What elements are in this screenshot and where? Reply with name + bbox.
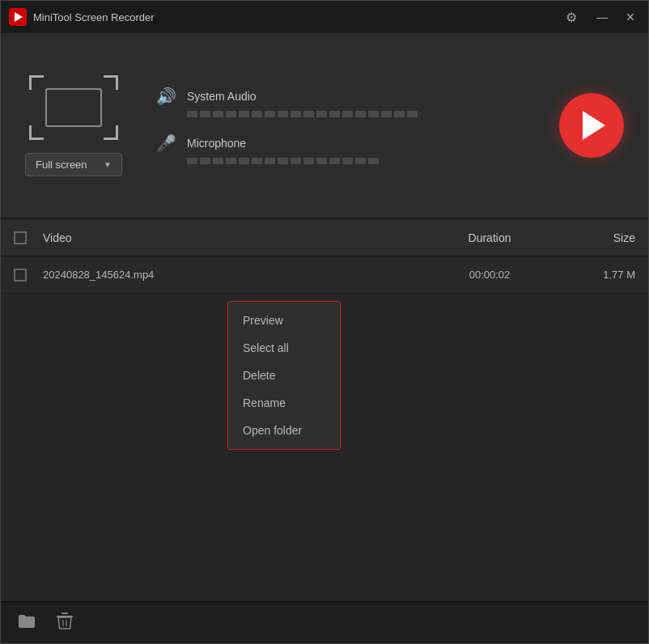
table-body: 20240828_145624.mp4 00:00:02 1.77 M Prev… [1,256,648,601]
audio-bar [394,111,405,117]
settings-icon[interactable]: ⚙ [566,10,577,25]
header-checkbox-col [14,231,43,244]
audio-bar [252,158,262,164]
chevron-down-icon: ▼ [104,160,112,169]
audio-bar [316,158,327,164]
duration-column-header: Duration [425,231,554,244]
screen-inner-frame [45,88,102,127]
capture-area: Full screen ▼ [25,75,122,176]
close-button[interactable]: ✕ [621,10,640,24]
audio-bar [187,158,197,164]
record-button[interactable] [559,93,624,158]
row-filename: 20240828_145624.mp4 [43,269,425,281]
audio-bar [200,111,210,117]
audio-bar [200,158,210,164]
audio-bar [303,158,314,164]
row-duration: 00:00:02 [425,269,554,281]
mic-muted-icon[interactable]: 🎤 [155,133,177,153]
size-column-header: Size [554,231,635,244]
microphone-audio-bars [155,158,527,164]
delete-button[interactable] [53,608,77,638]
microphone-header: 🎤 Microphone [155,133,527,153]
audio-bar [329,158,340,164]
select-all-checkbox[interactable] [14,231,27,244]
audio-bar [355,158,366,164]
title-bar: MiniTool Screen Recorder ⚙ — ✕ [1,1,648,33]
microphone-label: Microphone [187,137,246,150]
bracket-tl [29,75,44,90]
speaker-icon[interactable]: 🔊 [155,87,177,106]
audio-bar [368,158,379,164]
audio-bar [226,111,236,117]
audio-bar [342,111,353,117]
microphone-row: 🎤 Microphone [155,133,527,164]
system-audio-label: System Audio [187,90,257,103]
play-icon [583,111,605,140]
context-menu-rename[interactable]: Rename [228,389,340,417]
screen-frame[interactable] [29,75,118,140]
table-section: Video Duration Size 20240828_145624.mp4 … [1,219,648,601]
table-row[interactable]: 20240828_145624.mp4 00:00:02 1.77 M [1,256,648,294]
audio-bar [226,158,236,164]
audio-bar [265,158,275,164]
app-window: MiniTool Screen Recorder ⚙ — ✕ Full scre… [0,0,649,644]
table-header: Video Duration Size [1,219,648,256]
app-title: MiniTool Screen Recorder [33,11,566,23]
audio-bar [187,111,197,117]
bottom-bar [1,601,648,643]
audio-bar [303,111,314,117]
audio-bar [291,111,301,117]
audio-bar [213,111,223,117]
context-menu-open-folder[interactable]: Open folder [228,417,340,444]
logo-play-icon [15,12,23,22]
minimize-button[interactable]: — [592,10,613,24]
title-bar-controls: ⚙ — ✕ [566,10,640,25]
audio-bar [329,111,340,117]
bracket-tr [104,75,118,90]
top-panel: Full screen ▼ 🔊 System Audio [1,33,648,219]
screen-mode-dropdown[interactable]: Full screen ▼ [25,153,122,176]
audio-section: 🔊 System Audio [155,87,527,164]
audio-bar [291,158,301,164]
audio-bar [239,158,249,164]
system-audio-row: 🔊 System Audio [155,87,527,117]
context-menu: Preview Select all Delete Rename Open fo… [227,301,341,450]
system-audio-header: 🔊 System Audio [155,87,527,106]
trash-icon [56,612,74,631]
audio-bar [213,158,223,164]
screen-mode-label: Full screen [36,159,87,171]
audio-bar [278,158,288,164]
audio-bar [407,111,418,117]
bracket-br [104,125,118,140]
app-logo [9,8,27,26]
context-menu-select-all[interactable]: Select all [228,334,340,362]
audio-bar [355,111,366,117]
audio-bar [278,111,288,117]
row-checkbox-col [14,269,43,282]
svg-rect-1 [62,612,68,614]
audio-bar [381,111,392,117]
audio-bar [239,111,249,117]
row-checkbox[interactable] [14,269,27,282]
open-folder-button[interactable] [14,608,40,638]
row-size: 1.77 M [554,269,635,281]
audio-bar [265,111,275,117]
system-audio-bars [155,111,527,117]
audio-bar [342,158,353,164]
bracket-bl [29,125,44,140]
audio-bar [368,111,379,117]
audio-bar [252,111,262,117]
video-column-header: Video [43,231,425,244]
audio-bar [316,111,327,117]
context-menu-preview[interactable]: Preview [228,307,340,334]
folder-icon [17,612,36,631]
context-menu-delete[interactable]: Delete [228,362,340,389]
